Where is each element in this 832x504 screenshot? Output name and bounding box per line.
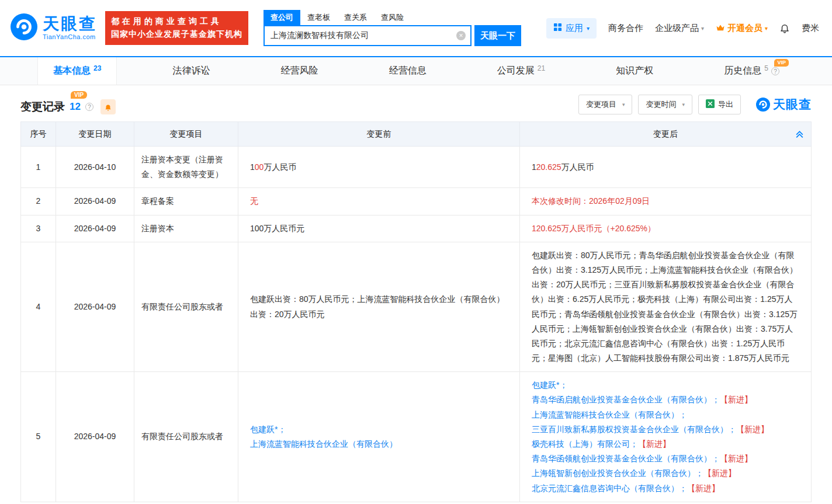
search-type-tabs: 查公司查老板查关系查风险 [264,10,521,25]
business-cooperation-link[interactable]: 商务合作 [608,23,643,34]
cell-no: 1 [21,147,56,188]
collapse-icon[interactable] [795,130,804,138]
table-row: 52026-04-09有限责任公司股东或者包建跃*；上海流蓝智能科技合伙企业（有… [21,372,812,502]
col-header-date: 变更日期 [56,122,134,147]
chevron-down-icon: ▾ [587,25,590,32]
vip-badge: VIP [774,59,789,67]
company-link[interactable]: 极壳科技（上海）有限公司； [532,439,638,449]
change-record-table: 序号 变更日期 变更项目 变更前 变更后 12026-04-10注册资本变更（注… [20,121,812,502]
nav-tab-6[interactable]: 知识产权 [601,57,668,85]
cell-no: 4 [21,242,56,372]
company-link[interactable]: 包建跃*； [532,380,567,390]
nav-tab-3[interactable]: 经营风险 [266,57,334,85]
tianyancha-logo[interactable]: 天眼查 TianYanCha.com [11,13,97,43]
table-row: 42026-04-09有限责任公司股东或者包建跃出资：80万人民币元；上海流蓝智… [21,242,812,372]
search-tab-4[interactable]: 查风险 [374,10,411,25]
company-link[interactable]: 北京元流汇鑫信息咨询中心（有限合伙）； [532,484,687,493]
brand-slogan: 都在用的商业查询工具 国家中小企业发展子基金旗下机构 [105,11,248,44]
cell-no: 2 [21,188,56,215]
cell-no: 5 [21,372,56,502]
company-link[interactable]: 上海流蓝智能科技合伙企业（有限合伙）； [532,410,687,419]
crown-icon [716,23,725,33]
cell-after: 包建跃出资：80万人民币元；青岛华函启航创业投资基金合伙企业（有限合伙）出资：3… [520,242,812,372]
cell-before: 100万人民币元 [238,215,520,242]
top-bar: 天眼查 TianYanCha.com 都在用的商业查询工具 国家中小企业发展子基… [0,0,832,56]
cell-after: 本次修改时间：2026年02月09日 [520,188,812,215]
tianyancha-logo-icon [11,13,37,43]
cell-no: 3 [21,215,56,242]
nav-tab-2[interactable]: 法律诉讼 [157,57,225,85]
vip-badge: VIP [71,91,87,99]
brand-domain: TianYanCha.com [43,34,97,40]
enterprise-products-link[interactable]: 企业级产品 ▾ [655,23,704,34]
search-area: 查公司查老板查关系查风险 × 天眼一下 [264,10,521,46]
chevron-down-icon: ▾ [622,102,625,107]
cell-before: 100万人民币 [238,147,520,188]
company-link[interactable]: 青岛华函领航创业投资基金合伙企业（有限合伙）； [532,454,720,463]
brand-name: 天眼查 [43,16,97,32]
clear-search-icon[interactable]: × [456,31,466,40]
company-link[interactable]: 上海流蓝智能科技合伙企业（有限合伙） [250,439,397,449]
search-tab-1[interactable]: 查公司 [264,10,300,25]
col-header-item: 变更项目 [134,122,238,147]
col-header-after: 变更后 [520,122,812,147]
cell-item: 有限责任公司股东或者 [134,372,238,502]
section-header: VIP 变更记录 12 ? 变更项目 ▾ 变更时间 ▾ 导出 [20,95,812,114]
excel-icon [706,99,715,110]
cell-before: 包建跃出资：80万人民币元；上海流蓝智能科技合伙企业（有限合伙）出资：20万人民… [238,242,520,372]
header-right: 应用 ▾ 商务合作 企业级产品 ▾ 开通会员 ▾ 费米 [546,18,821,39]
cell-after: 120.625万人民币元（+20.625%） [520,215,812,242]
notifications-bell-icon[interactable] [779,22,790,34]
section-count: 12 [70,101,81,113]
nav-tab-7[interactable]: VIP历史信息5? [709,57,795,85]
chevron-down-icon: ▾ [765,25,768,32]
col-header-no: 序号 [21,122,56,147]
table-header-row: 序号 变更日期 变更项目 变更前 变更后 [21,122,812,147]
section-title: 变更记录 [20,99,65,114]
subscribe-bell-button[interactable] [100,99,116,114]
username[interactable]: 费米 [802,23,819,34]
cell-date: 2026-04-09 [56,215,134,242]
chevron-down-icon: ▾ [682,102,685,107]
cell-date: 2026-04-10 [56,147,134,188]
section-controls: 变更项目 ▾ 变更时间 ▾ 导出 天眼查 [578,95,812,114]
cell-item: 注册资本 [134,215,238,242]
nav-tab-5[interactable]: 公司发展21 [482,57,560,85]
cell-item: 有限责任公司股东或者 [134,242,238,372]
cell-after: 包建跃*；青岛华函启航创业投资基金合伙企业（有限合伙）；【新进】上海流蓝智能科技… [520,372,812,502]
change-table-body: 12026-04-10注册资本变更（注册资金、资金数额等变更）100万人民币12… [21,147,812,502]
section-title-group: VIP 变更记录 12 ? [20,95,116,114]
cell-item: 章程备案 [134,188,238,215]
cell-item: 注册资本变更（注册资金、资金数额等变更） [134,147,238,188]
nav-tab-1[interactable]: 基本信息23 [37,57,117,85]
cell-date: 2026-04-09 [56,188,134,215]
chevron-down-icon: ▾ [701,25,704,32]
main-content: VIP 变更记录 12 ? 变更项目 ▾ 变更时间 ▾ 导出 [0,95,832,502]
table-row: 12026-04-10注册资本变更（注册资金、资金数额等变更）100万人民币12… [21,147,812,188]
company-link[interactable]: 上海瓴智新创创业投资合伙企业（有限合伙）； [532,468,703,478]
search-tab-3[interactable]: 查关系 [337,10,374,25]
company-link[interactable]: 三亚百川致新私募股权投资基金合伙企业（有限合伙）； [532,425,736,434]
search-tab-2[interactable]: 查老板 [300,10,337,25]
export-button[interactable]: 导出 [698,95,741,114]
cell-after: 120.625万人民币 [520,147,812,188]
filter-change-item-dropdown[interactable]: 变更项目 ▾ [578,95,633,114]
help-icon[interactable]: ? [771,67,779,75]
cell-before: 包建跃*；上海流蓝智能科技合伙企业（有限合伙） [238,372,520,502]
cell-date: 2026-04-09 [56,242,134,372]
company-link[interactable]: 包建跃*； [250,425,286,434]
tianyancha-watermark: 天眼查 [756,96,812,113]
col-header-before: 变更前 [238,122,520,147]
table-row: 22026-04-09章程备案无本次修改时间：2026年02月09日 [21,188,812,215]
search-button[interactable]: 天眼一下 [474,25,521,46]
company-link[interactable]: 青岛华函启航创业投资基金合伙企业（有限合伙）； [532,395,720,404]
filter-change-time-dropdown[interactable]: 变更时间 ▾ [638,95,692,114]
company-nav-tabs: 基本信息23法律诉讼经营风险经营信息公司发展21知识产权VIP历史信息5? [0,56,832,85]
apps-grid-icon [553,23,562,33]
apps-menu-button[interactable]: 应用 ▾ [546,18,597,39]
cell-date: 2026-04-09 [56,372,134,502]
open-vip-link[interactable]: 开通会员 ▾ [716,23,768,34]
nav-tab-4[interactable]: 经营信息 [374,57,442,85]
help-icon[interactable]: ? [85,103,93,111]
search-input[interactable] [264,25,472,46]
